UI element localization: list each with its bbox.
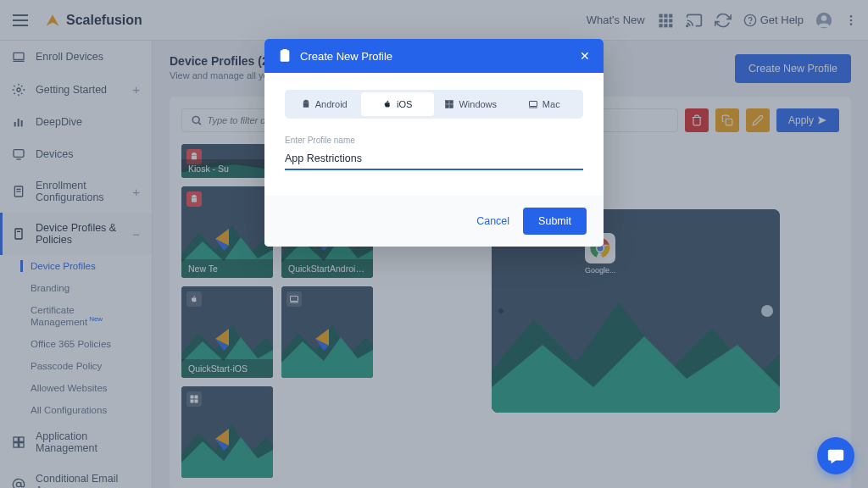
- chat-icon: [826, 446, 845, 465]
- apple-icon: [382, 99, 392, 109]
- platform-tab-ios[interactable]: iOS: [361, 92, 435, 116]
- platform-tab-label: iOS: [397, 99, 412, 109]
- svg-point-78: [307, 102, 308, 103]
- platform-tab-mac[interactable]: Mac: [508, 92, 581, 116]
- submit-button[interactable]: Submit: [523, 208, 587, 235]
- profile-icon: [278, 49, 292, 63]
- platform-tabs: AndroidiOSWindowsMac: [285, 90, 583, 119]
- profile-name-label: Enter Profile name: [285, 136, 583, 145]
- windows-icon: [444, 99, 454, 109]
- cancel-button[interactable]: Cancel: [476, 215, 509, 227]
- svg-rect-81: [450, 101, 453, 104]
- platform-tab-android[interactable]: Android: [287, 92, 361, 116]
- svg-rect-79: [303, 103, 309, 108]
- chat-launcher[interactable]: [817, 437, 854, 474]
- laptop-icon: [528, 99, 538, 109]
- svg-rect-82: [446, 105, 449, 108]
- svg-rect-76: [282, 49, 287, 52]
- modal-header: Create New Profile ✕: [264, 39, 604, 73]
- modal-close-icon[interactable]: ✕: [580, 49, 590, 63]
- svg-rect-84: [529, 102, 537, 107]
- platform-tab-windows[interactable]: Windows: [434, 92, 508, 116]
- modal-title: Create New Profile: [300, 50, 392, 63]
- svg-point-77: [304, 102, 305, 103]
- platform-tab-label: Windows: [459, 99, 497, 109]
- platform-tab-label: Mac: [542, 99, 560, 109]
- platform-tab-label: Android: [315, 99, 348, 109]
- svg-rect-75: [281, 50, 290, 61]
- svg-rect-80: [446, 101, 449, 104]
- profile-name-input[interactable]: [285, 148, 583, 170]
- create-profile-modal: Create New Profile ✕ AndroidiOSWindowsMa…: [264, 39, 604, 247]
- svg-rect-83: [450, 105, 453, 108]
- android-icon: [301, 99, 311, 109]
